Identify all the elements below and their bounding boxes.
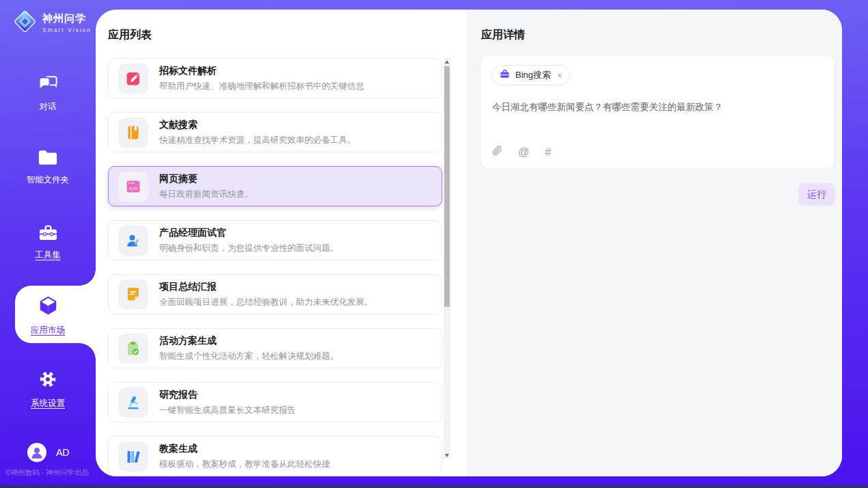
app-card-title: 教案生成 <box>159 443 330 455</box>
app-card-desc: 一键智能生成高质量长文本研究报告 <box>159 405 296 416</box>
interviewer-icon <box>118 226 148 256</box>
logo-subtitle: Smart Vision <box>42 27 92 33</box>
chat-icon <box>38 75 58 96</box>
diamond-logo-icon <box>12 9 38 37</box>
app-card-desc: 明确身份和职责，为您提供专业性的面试问题。 <box>159 243 339 254</box>
paperclip-icon[interactable] <box>492 145 502 159</box>
note-icon <box>118 280 148 310</box>
app-card-web-summary[interactable]: </> 网页摘要 每日政府新闻资讯快查。 <box>108 166 442 206</box>
app-window: 神州问学 Smart Vision 对话 智能文件夹 <box>0 0 868 488</box>
sidebar-item-toolset[interactable]: 工具集 <box>0 223 96 261</box>
research-icon <box>118 388 148 418</box>
content-frame: 应用列表 招标文件解析 帮助用户快速、准确地理解和解析招标书中的关键信息 <box>96 10 842 476</box>
app-card-title: 研究报告 <box>159 389 296 401</box>
app-card-desc: 每日政府新闻资讯快查。 <box>159 189 254 200</box>
logo-title: 神州问学 <box>42 12 92 25</box>
run-button[interactable]: 运行 <box>798 183 835 206</box>
app-card-title: 网页摘要 <box>159 173 254 185</box>
app-card-desc: 帮助用户快速、准确地理解和解析招标书中的关键信息 <box>159 81 364 92</box>
tab-fillet-bottom <box>79 343 96 360</box>
app-list-scrollbar[interactable] <box>444 57 450 459</box>
app-list: 招标文件解析 帮助用户快速、准确地理解和解析招标书中的关键信息 文献搜索 快速精… <box>108 58 442 476</box>
app-card-project-summary[interactable]: 项目总结汇报 全面回顾项目进展，总结经验教训，助力未来优化发展。 <box>108 274 442 314</box>
attachment-toolbar: @ # <box>492 145 551 159</box>
sidebar-item-app-market[interactable]: 应用市场 <box>0 295 96 336</box>
sidebar-item-label: 智能文件夹 <box>27 174 70 186</box>
sidebar-item-label: 系统设置 <box>31 398 65 409</box>
briefcase-icon <box>499 68 511 82</box>
app-card-literature-search[interactable]: 文献搜索 快速精准查找学术资源，提高研究效率的必备工具。 <box>108 112 442 152</box>
prompt-input-card[interactable]: Bing搜索 × 今日湖北有哪些新闻要点？有哪些需要关注的最新政策？ @ # <box>480 55 835 169</box>
app-card-lesson-plan[interactable]: 教案生成 模板驱动，教案秒成，教学准备从此轻松快捷 <box>108 436 442 476</box>
prompt-text-input[interactable]: 今日湖北有哪些新闻要点？有哪些需要关注的最新政策？ <box>492 100 824 114</box>
tool-tag-label: Bing搜索 <box>515 69 551 81</box>
sidebar-item-smart-folder[interactable]: 智能文件夹 <box>0 149 96 186</box>
folder-icon <box>38 149 58 169</box>
sidebar-item-label: 工具集 <box>35 249 61 261</box>
hash-icon[interactable]: # <box>545 146 551 159</box>
svg-text:</>: </> <box>129 186 138 191</box>
app-card-title: 产品经理面试官 <box>159 227 339 239</box>
app-card-research-report[interactable]: 研究报告 一键智能生成高质量长文本研究报告 <box>108 382 442 422</box>
books-icon <box>118 442 148 472</box>
sidebar: 神州问学 Smart Vision 对话 智能文件夹 <box>0 0 96 485</box>
clipboard-check-icon <box>118 334 148 364</box>
browser-code-icon: </> <box>118 172 148 202</box>
app-card-desc: 模板驱动，教案秒成，教学准备从此轻松快捷 <box>159 459 330 470</box>
scroll-up-button[interactable] <box>444 57 450 66</box>
bottom-edge-bar <box>0 485 868 488</box>
avatar <box>27 443 46 462</box>
app-card-title: 项目总结汇报 <box>159 281 373 293</box>
book-icon <box>118 118 148 148</box>
arrow-up-icon <box>445 60 449 64</box>
app-detail-title: 应用详情 <box>481 28 525 42</box>
cube-icon <box>38 295 59 319</box>
app-card-bid-analysis[interactable]: 招标文件解析 帮助用户快速、准确地理解和解析招标书中的关键信息 <box>108 58 442 98</box>
app-card-title: 文献搜索 <box>159 119 356 131</box>
user-initials: AD <box>56 447 69 458</box>
sidebar-item-settings[interactable]: 系统设置 <box>0 369 96 409</box>
app-list-title: 应用列表 <box>108 28 152 42</box>
close-icon[interactable]: × <box>557 70 562 81</box>
app-logo: 神州问学 Smart Vision <box>12 9 92 37</box>
sidebar-item-label: 应用市场 <box>31 325 65 336</box>
at-icon[interactable]: @ <box>518 146 529 159</box>
arrow-down-icon <box>445 454 449 457</box>
app-card-desc: 快速精准查找学术资源，提高研究效率的必备工具。 <box>159 135 356 146</box>
edit-square-icon <box>118 64 148 94</box>
copyright-text: ©神州数码 · 神州问学出品 <box>5 468 89 478</box>
app-card-title: 招标文件解析 <box>159 65 364 77</box>
toolbox-icon <box>38 223 59 244</box>
gear-icon <box>38 369 58 392</box>
app-card-event-plan[interactable]: 活动方案生成 智能生成个性化活动方案，轻松解决规划难题。 <box>108 328 442 368</box>
app-card-desc: 智能生成个性化活动方案，轻松解决规划难题。 <box>159 351 339 362</box>
user-account[interactable]: AD <box>27 443 69 462</box>
sidebar-item-chat[interactable]: 对话 <box>0 75 96 113</box>
scroll-down-button[interactable] <box>444 451 450 459</box>
sidebar-item-label: 对话 <box>40 101 57 113</box>
scrollbar-thumb[interactable] <box>444 66 450 307</box>
app-card-title: 活动方案生成 <box>159 335 339 347</box>
tab-fillet-top <box>79 269 96 286</box>
app-card-desc: 全面回顾项目进展，总结经验教训，助力未来优化发展。 <box>159 297 373 308</box>
tool-tag-bing-search[interactable]: Bing搜索 × <box>491 65 570 85</box>
app-card-pm-interviewer[interactable]: 产品经理面试官 明确身份和职责，为您提供专业性的面试问题。 <box>108 220 442 260</box>
